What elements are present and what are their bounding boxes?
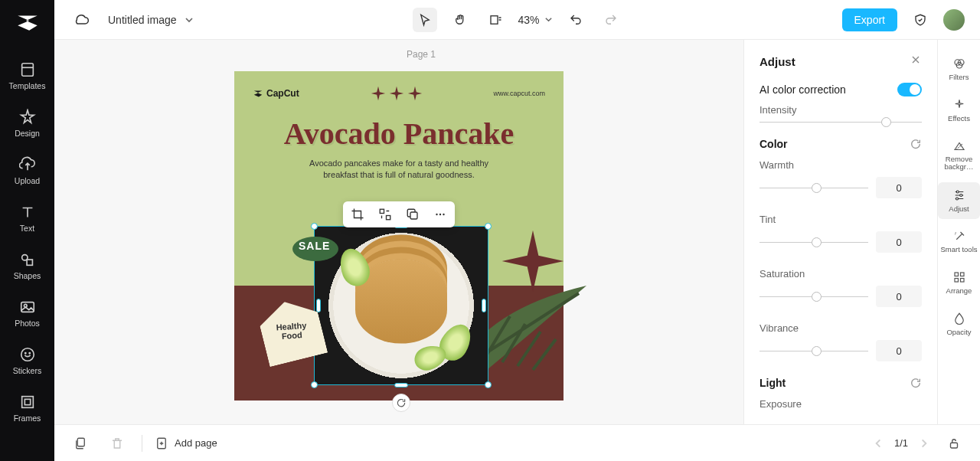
- vibrance-value[interactable]: 0: [876, 340, 922, 361]
- warmth-slider[interactable]: [760, 188, 868, 188]
- nav-label: Templates: [9, 81, 46, 90]
- canvas-area[interactable]: Page 1 CapCut www.capcut.com: [54, 40, 743, 424]
- svg-point-16: [436, 214, 437, 215]
- reset-color-button[interactable]: [910, 138, 922, 150]
- delete-button[interactable]: [105, 431, 129, 456]
- nav-design[interactable]: Design: [0, 100, 54, 147]
- saturation-slider[interactable]: [760, 296, 868, 297]
- svg-point-22: [956, 191, 959, 193]
- frame-tool[interactable]: [483, 8, 508, 32]
- more-button[interactable]: [432, 206, 449, 223]
- replace-button[interactable]: [377, 206, 394, 223]
- crop-button[interactable]: [349, 206, 366, 223]
- warmth-label: Warmth: [760, 159, 922, 171]
- svg-point-8: [29, 353, 30, 354]
- lock-button[interactable]: [942, 431, 966, 456]
- nav-frames[interactable]: Frames: [0, 384, 54, 432]
- zoom-control[interactable]: 43%: [518, 14, 553, 26]
- app-logo[interactable]: [15, 9, 41, 35]
- add-page-label: Add page: [175, 437, 217, 449]
- svg-rect-25: [955, 273, 959, 276]
- nav-label: Stickers: [13, 366, 41, 375]
- nav-templates[interactable]: Templates: [0, 52, 54, 100]
- export-button[interactable]: Export: [842, 8, 897, 31]
- resize-handle-w[interactable]: [316, 299, 321, 312]
- headline: Avocado Pancake: [234, 116, 564, 152]
- svg-point-23: [959, 194, 962, 196]
- nav-label: Upload: [15, 176, 40, 185]
- select-tool[interactable]: [413, 8, 437, 32]
- vibrance-label: Vibrance: [760, 322, 922, 334]
- warmth-value[interactable]: 0: [876, 177, 922, 198]
- resize-handle-se[interactable]: [485, 381, 492, 388]
- tint-label: Tint: [760, 214, 922, 225]
- sale-badge: SALE: [291, 234, 340, 267]
- cloud-icon[interactable]: [70, 8, 94, 32]
- document-title[interactable]: Untitled image: [108, 14, 194, 26]
- svg-point-17: [439, 214, 441, 215]
- design-canvas[interactable]: CapCut www.capcut.com Avocado Pancake Av…: [234, 71, 564, 401]
- rail-remove-bg[interactable]: Remove backgr…: [938, 133, 980, 178]
- duplicate-button[interactable]: [404, 206, 421, 223]
- undo-button[interactable]: [564, 8, 588, 32]
- nav-label: Design: [15, 129, 40, 138]
- svg-point-6: [21, 348, 34, 361]
- svg-rect-29: [77, 438, 84, 446]
- svg-rect-28: [960, 279, 964, 283]
- avatar[interactable]: [943, 9, 965, 31]
- svg-rect-4: [21, 302, 34, 312]
- rail-filters[interactable]: Filters: [938, 51, 980, 87]
- svg-rect-27: [960, 273, 964, 276]
- page-label: Page 1: [407, 49, 436, 60]
- light-section-label: Light: [760, 377, 786, 389]
- nav-upload[interactable]: Upload: [0, 147, 54, 195]
- next-page-button[interactable]: [919, 438, 929, 449]
- nav-label: Text: [20, 224, 34, 233]
- selected-element[interactable]: [314, 226, 488, 385]
- resize-handle-ne[interactable]: [485, 223, 492, 230]
- exposure-label: Exposure: [760, 398, 922, 410]
- ai-color-toggle[interactable]: [897, 83, 922, 96]
- reset-light-button[interactable]: [910, 377, 922, 389]
- adjust-panel: Adjust AI color correction Intensity: [743, 40, 937, 424]
- rail-smart-tools[interactable]: Smart tools: [938, 224, 980, 260]
- tint-slider[interactable]: [760, 242, 868, 243]
- saturation-value[interactable]: 0: [876, 286, 922, 307]
- rail-adjust[interactable]: Adjust: [938, 182, 980, 219]
- resize-handle-sw[interactable]: [311, 381, 318, 388]
- nav-label: Shapes: [14, 271, 41, 280]
- svg-point-24: [956, 198, 958, 200]
- prev-page-button[interactable]: [873, 438, 884, 449]
- topbar: Untitled image 43% Export: [54, 0, 980, 40]
- nav-text[interactable]: Text: [0, 195, 54, 242]
- redo-button[interactable]: [599, 8, 623, 32]
- rail-opacity[interactable]: Opacity: [938, 306, 980, 342]
- add-page-button[interactable]: Add page: [155, 436, 217, 450]
- resize-handle-e[interactable]: [482, 299, 486, 312]
- chevron-down-icon: [544, 15, 553, 24]
- nav-photos[interactable]: Photos: [0, 289, 54, 337]
- intensity-slider[interactable]: [760, 122, 922, 123]
- svg-rect-0: [21, 64, 33, 77]
- svg-rect-15: [410, 212, 417, 219]
- shield-icon[interactable]: [908, 8, 933, 32]
- vibrance-slider[interactable]: [760, 351, 868, 351]
- close-panel-button[interactable]: [910, 54, 922, 69]
- svg-rect-9: [21, 397, 33, 408]
- pager: 1/1: [873, 437, 929, 449]
- hand-tool[interactable]: [448, 8, 472, 32]
- tint-value[interactable]: 0: [876, 231, 922, 253]
- rotate-handle[interactable]: [392, 394, 410, 412]
- nav-stickers[interactable]: Stickers: [0, 337, 54, 384]
- rail-effects[interactable]: Effects: [938, 92, 980, 129]
- rail-arrange[interactable]: Arrange: [938, 264, 980, 301]
- svg-rect-14: [387, 216, 390, 220]
- layers-button[interactable]: [68, 431, 93, 456]
- ai-color-label: AI color correction: [760, 83, 846, 96]
- nav-shapes[interactable]: Shapes: [0, 242, 54, 289]
- resize-handle-s[interactable]: [394, 383, 408, 387]
- panel-title: Adjust: [760, 55, 795, 68]
- zoom-value: 43%: [518, 14, 540, 26]
- resize-handle-nw[interactable]: [311, 223, 318, 230]
- chevron-down-icon: [185, 15, 194, 25]
